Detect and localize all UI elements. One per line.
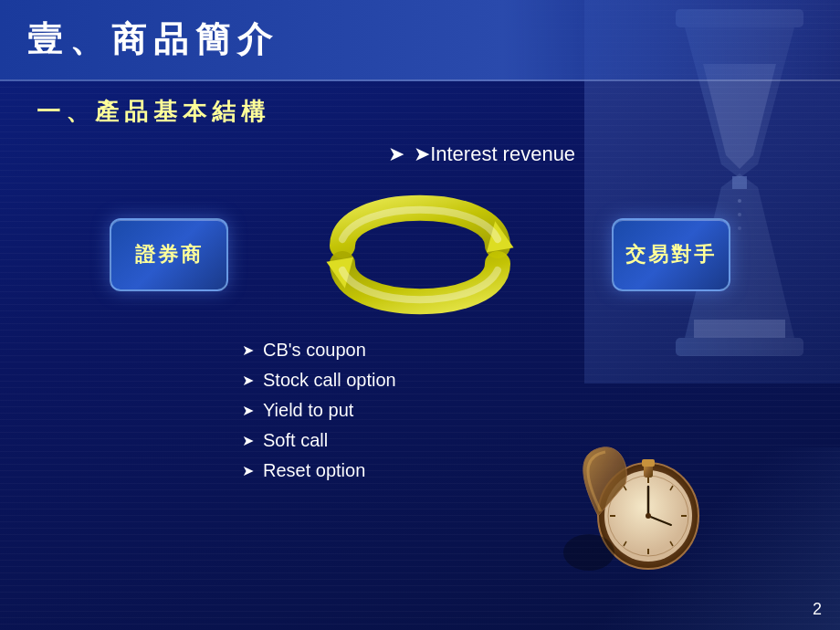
page-number: 2 [813, 600, 822, 619]
actor-right-box: 交易對手 [612, 218, 730, 291]
title-bar: 壹、商品簡介 [0, 0, 840, 81]
list-item-label: Reset option [263, 460, 365, 481]
svg-point-21 [646, 513, 651, 519]
subtitle-bar: 一、產品基本結構 [0, 81, 840, 142]
list-item-soft-call: Soft call [242, 430, 396, 451]
list-item-yield-to-put: Yield to put [242, 400, 396, 421]
interest-revenue-container: ➤Interest revenue [242, 142, 575, 166]
page-title: 壹、商品簡介 [27, 16, 813, 63]
list-item-label: Stock call option [263, 370, 396, 391]
diagram-row: 證券商 [110, 177, 730, 332]
actor-right-label: 交易對手 [625, 241, 717, 268]
slide: 壹、商品簡介 一、產品基本結構 ➤Interest revenue 證券商 [0, 0, 840, 630]
actor-left-box: 證券商 [110, 218, 228, 291]
list-item-label: Soft call [263, 430, 328, 451]
list-item-reset-option: Reset option [242, 460, 396, 481]
subtitle: 一、產品基本結構 [37, 96, 803, 128]
list-item-cbs-coupon: CB's coupon [242, 340, 396, 361]
bullet-list: CB's coupon Stock call option Yield to p… [242, 340, 396, 490]
list-item-label: CB's coupon [263, 340, 366, 361]
list-item-label: Yield to put [263, 400, 353, 421]
main-content: ➤Interest revenue 證券商 [0, 142, 840, 490]
actor-left-label: 證券商 [135, 241, 204, 268]
svg-point-24 [563, 534, 614, 571]
interest-revenue-label: ➤Interest revenue [388, 142, 575, 165]
list-item-stock-call-option: Stock call option [242, 370, 396, 391]
circular-arrows [228, 177, 612, 332]
